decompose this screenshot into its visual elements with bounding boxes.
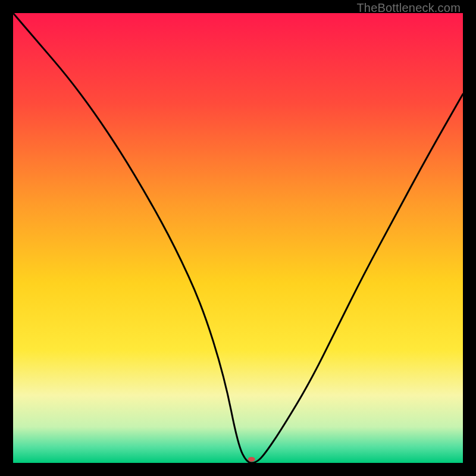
optimal-point-marker — [248, 457, 255, 462]
bottleneck-chart — [13, 13, 463, 463]
gradient-background — [13, 13, 463, 463]
chart-frame — [13, 13, 463, 463]
watermark-text: TheBottleneck.com — [356, 1, 461, 15]
